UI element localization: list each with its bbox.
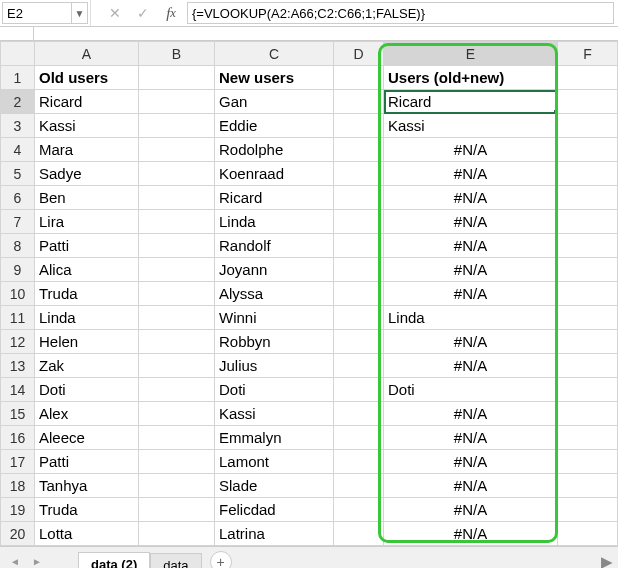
cell[interactable]: Helen [35,330,139,354]
cell[interactable] [139,378,215,402]
cell[interactable] [139,426,215,450]
cell[interactable] [558,306,618,330]
cell[interactable] [558,90,618,114]
cell[interactable] [558,66,618,90]
cell[interactable] [334,114,384,138]
cell[interactable] [558,498,618,522]
cell[interactable]: Zak [35,354,139,378]
cell[interactable] [139,282,215,306]
row-header[interactable]: 8 [1,234,35,258]
row-header[interactable]: 2 [1,90,35,114]
cell[interactable] [139,330,215,354]
cell[interactable] [558,474,618,498]
cell[interactable] [334,66,384,90]
row-header[interactable]: 11 [1,306,35,330]
cell[interactable] [139,258,215,282]
cell[interactable]: Gan [215,90,334,114]
row-header[interactable]: 3 [1,114,35,138]
cell[interactable] [558,258,618,282]
cell[interactable]: Ricard [35,90,139,114]
cell[interactable]: Julius [215,354,334,378]
col-header-A[interactable]: A [35,42,139,66]
row-header[interactable]: 5 [1,162,35,186]
row-header[interactable]: 19 [1,498,35,522]
cell[interactable]: Tanhya [35,474,139,498]
cell[interactable]: #N/A [384,210,558,234]
cell[interactable] [334,138,384,162]
insert-function-button[interactable]: fx [157,0,185,26]
cell[interactable]: Aleece [35,426,139,450]
name-box[interactable] [2,2,72,24]
cell[interactable] [139,66,215,90]
cell[interactable] [139,234,215,258]
cell[interactable] [139,162,215,186]
col-header-F[interactable]: F [558,42,618,66]
cell[interactable]: #N/A [384,282,558,306]
cell[interactable] [558,234,618,258]
cell[interactable]: #N/A [384,330,558,354]
cell[interactable] [334,426,384,450]
cell[interactable] [558,330,618,354]
hscroll-right-icon[interactable]: ▶ [596,553,618,569]
row-header[interactable]: 12 [1,330,35,354]
cell[interactable] [334,186,384,210]
worksheet-grid[interactable]: A B C D E F 1 Old users New users Users … [0,41,618,546]
row-header[interactable]: 16 [1,426,35,450]
cell[interactable]: Kassi [384,114,558,138]
cell[interactable]: Linda [35,306,139,330]
cell[interactable] [558,186,618,210]
cell[interactable] [334,474,384,498]
cell[interactable]: #N/A [384,498,558,522]
cell[interactable]: Lamont [215,450,334,474]
cell[interactable]: Randolf [215,234,334,258]
row-header[interactable]: 9 [1,258,35,282]
cell[interactable]: Users (old+new) [384,66,558,90]
cell[interactable]: Linda [384,306,558,330]
cell[interactable]: #N/A [384,354,558,378]
cell[interactable]: Ricard [384,90,558,114]
cell[interactable]: Doti [35,378,139,402]
cell[interactable] [558,402,618,426]
cell[interactable]: Robbyn [215,330,334,354]
cell[interactable]: Alyssa [215,282,334,306]
cell[interactable] [334,498,384,522]
cell[interactable]: Mara [35,138,139,162]
cell[interactable] [139,522,215,546]
cell[interactable] [558,378,618,402]
select-all-corner[interactable] [1,42,35,66]
cell[interactable] [558,522,618,546]
row-header[interactable]: 4 [1,138,35,162]
cell[interactable]: Winni [215,306,334,330]
cell[interactable]: Rodolphe [215,138,334,162]
cell[interactable] [334,306,384,330]
cell[interactable] [334,162,384,186]
cell[interactable] [334,354,384,378]
cell[interactable]: Doti [215,378,334,402]
cell[interactable]: #N/A [384,258,558,282]
cell[interactable]: #N/A [384,186,558,210]
cell[interactable]: #N/A [384,234,558,258]
cell[interactable] [139,450,215,474]
col-header-D[interactable]: D [334,42,384,66]
cell[interactable] [139,306,215,330]
cell[interactable]: Latrina [215,522,334,546]
row-header[interactable]: 13 [1,354,35,378]
row-header[interactable]: 10 [1,282,35,306]
cell[interactable] [139,474,215,498]
cell[interactable]: Slade [215,474,334,498]
cell[interactable] [334,330,384,354]
cell[interactable]: #N/A [384,450,558,474]
cell[interactable] [558,354,618,378]
cell[interactable]: Kassi [35,114,139,138]
cell[interactable] [334,450,384,474]
sheet-tab-active[interactable]: data (2) [78,552,150,568]
cell[interactable] [334,90,384,114]
col-header-B[interactable]: B [139,42,215,66]
sheet-tab[interactable]: data [150,553,201,569]
cell[interactable] [139,402,215,426]
cell[interactable]: Linda [215,210,334,234]
cell[interactable]: Emmalyn [215,426,334,450]
tab-scroll-right-icon[interactable]: ► [28,553,46,569]
cell[interactable] [334,210,384,234]
cell[interactable] [334,258,384,282]
